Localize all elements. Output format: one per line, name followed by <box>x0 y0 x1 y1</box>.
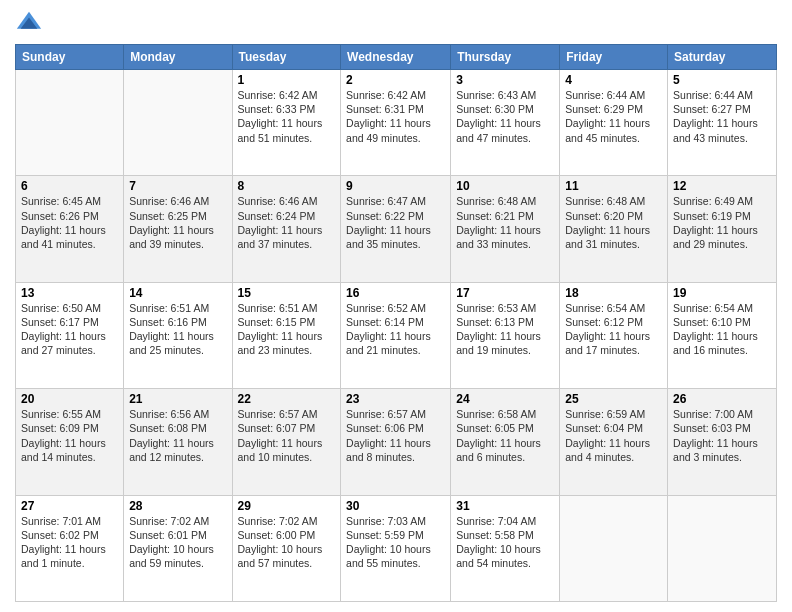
day-info: Sunrise: 7:03 AM Sunset: 5:59 PM Dayligh… <box>346 514 445 571</box>
day-info: Sunrise: 6:57 AM Sunset: 6:07 PM Dayligh… <box>238 407 336 464</box>
day-info: Sunrise: 7:00 AM Sunset: 6:03 PM Dayligh… <box>673 407 771 464</box>
calendar-header-monday: Monday <box>124 45 232 70</box>
day-number: 2 <box>346 73 445 87</box>
day-info: Sunrise: 6:58 AM Sunset: 6:05 PM Dayligh… <box>456 407 554 464</box>
day-number: 30 <box>346 499 445 513</box>
day-info: Sunrise: 6:50 AM Sunset: 6:17 PM Dayligh… <box>21 301 118 358</box>
day-info: Sunrise: 7:04 AM Sunset: 5:58 PM Dayligh… <box>456 514 554 571</box>
header <box>15 10 777 38</box>
calendar-cell: 30Sunrise: 7:03 AM Sunset: 5:59 PM Dayli… <box>341 495 451 601</box>
day-number: 29 <box>238 499 336 513</box>
day-number: 24 <box>456 392 554 406</box>
calendar-cell: 2Sunrise: 6:42 AM Sunset: 6:31 PM Daylig… <box>341 70 451 176</box>
day-info: Sunrise: 6:46 AM Sunset: 6:24 PM Dayligh… <box>238 194 336 251</box>
day-info: Sunrise: 6:54 AM Sunset: 6:10 PM Dayligh… <box>673 301 771 358</box>
day-info: Sunrise: 6:55 AM Sunset: 6:09 PM Dayligh… <box>21 407 118 464</box>
calendar-cell: 9Sunrise: 6:47 AM Sunset: 6:22 PM Daylig… <box>341 176 451 282</box>
day-info: Sunrise: 6:51 AM Sunset: 6:15 PM Dayligh… <box>238 301 336 358</box>
day-info: Sunrise: 7:01 AM Sunset: 6:02 PM Dayligh… <box>21 514 118 571</box>
day-info: Sunrise: 7:02 AM Sunset: 6:01 PM Dayligh… <box>129 514 226 571</box>
day-info: Sunrise: 6:52 AM Sunset: 6:14 PM Dayligh… <box>346 301 445 358</box>
day-info: Sunrise: 6:48 AM Sunset: 6:21 PM Dayligh… <box>456 194 554 251</box>
day-number: 22 <box>238 392 336 406</box>
calendar-header-row: SundayMondayTuesdayWednesdayThursdayFrid… <box>16 45 777 70</box>
day-number: 21 <box>129 392 226 406</box>
calendar-cell <box>124 70 232 176</box>
day-number: 16 <box>346 286 445 300</box>
calendar-cell: 28Sunrise: 7:02 AM Sunset: 6:01 PM Dayli… <box>124 495 232 601</box>
calendar-week-row: 1Sunrise: 6:42 AM Sunset: 6:33 PM Daylig… <box>16 70 777 176</box>
calendar-cell: 17Sunrise: 6:53 AM Sunset: 6:13 PM Dayli… <box>451 282 560 388</box>
day-number: 13 <box>21 286 118 300</box>
day-number: 26 <box>673 392 771 406</box>
day-info: Sunrise: 6:48 AM Sunset: 6:20 PM Dayligh… <box>565 194 662 251</box>
calendar-cell: 13Sunrise: 6:50 AM Sunset: 6:17 PM Dayli… <box>16 282 124 388</box>
day-number: 23 <box>346 392 445 406</box>
calendar-cell: 15Sunrise: 6:51 AM Sunset: 6:15 PM Dayli… <box>232 282 341 388</box>
day-number: 25 <box>565 392 662 406</box>
calendar-cell <box>16 70 124 176</box>
calendar-cell: 19Sunrise: 6:54 AM Sunset: 6:10 PM Dayli… <box>668 282 777 388</box>
calendar-cell: 6Sunrise: 6:45 AM Sunset: 6:26 PM Daylig… <box>16 176 124 282</box>
calendar-header-tuesday: Tuesday <box>232 45 341 70</box>
day-info: Sunrise: 6:54 AM Sunset: 6:12 PM Dayligh… <box>565 301 662 358</box>
day-info: Sunrise: 6:57 AM Sunset: 6:06 PM Dayligh… <box>346 407 445 464</box>
calendar-cell: 7Sunrise: 6:46 AM Sunset: 6:25 PM Daylig… <box>124 176 232 282</box>
day-number: 10 <box>456 179 554 193</box>
calendar-cell: 29Sunrise: 7:02 AM Sunset: 6:00 PM Dayli… <box>232 495 341 601</box>
day-number: 7 <box>129 179 226 193</box>
calendar-week-row: 6Sunrise: 6:45 AM Sunset: 6:26 PM Daylig… <box>16 176 777 282</box>
calendar-cell: 20Sunrise: 6:55 AM Sunset: 6:09 PM Dayli… <box>16 389 124 495</box>
calendar-cell: 25Sunrise: 6:59 AM Sunset: 6:04 PM Dayli… <box>560 389 668 495</box>
calendar-cell: 18Sunrise: 6:54 AM Sunset: 6:12 PM Dayli… <box>560 282 668 388</box>
day-info: Sunrise: 7:02 AM Sunset: 6:00 PM Dayligh… <box>238 514 336 571</box>
day-number: 12 <box>673 179 771 193</box>
day-number: 11 <box>565 179 662 193</box>
calendar-week-row: 20Sunrise: 6:55 AM Sunset: 6:09 PM Dayli… <box>16 389 777 495</box>
calendar-cell <box>560 495 668 601</box>
day-info: Sunrise: 6:42 AM Sunset: 6:31 PM Dayligh… <box>346 88 445 145</box>
day-info: Sunrise: 6:49 AM Sunset: 6:19 PM Dayligh… <box>673 194 771 251</box>
calendar-cell: 1Sunrise: 6:42 AM Sunset: 6:33 PM Daylig… <box>232 70 341 176</box>
calendar-cell: 11Sunrise: 6:48 AM Sunset: 6:20 PM Dayli… <box>560 176 668 282</box>
day-number: 4 <box>565 73 662 87</box>
logo <box>15 10 45 38</box>
day-info: Sunrise: 6:42 AM Sunset: 6:33 PM Dayligh… <box>238 88 336 145</box>
calendar-cell: 22Sunrise: 6:57 AM Sunset: 6:07 PM Dayli… <box>232 389 341 495</box>
calendar-header-friday: Friday <box>560 45 668 70</box>
day-info: Sunrise: 6:47 AM Sunset: 6:22 PM Dayligh… <box>346 194 445 251</box>
day-info: Sunrise: 6:45 AM Sunset: 6:26 PM Dayligh… <box>21 194 118 251</box>
page: SundayMondayTuesdayWednesdayThursdayFrid… <box>0 0 792 612</box>
day-number: 5 <box>673 73 771 87</box>
calendar-cell: 31Sunrise: 7:04 AM Sunset: 5:58 PM Dayli… <box>451 495 560 601</box>
day-number: 31 <box>456 499 554 513</box>
calendar-cell <box>668 495 777 601</box>
calendar-header-thursday: Thursday <box>451 45 560 70</box>
day-info: Sunrise: 6:44 AM Sunset: 6:27 PM Dayligh… <box>673 88 771 145</box>
calendar-week-row: 13Sunrise: 6:50 AM Sunset: 6:17 PM Dayli… <box>16 282 777 388</box>
day-number: 3 <box>456 73 554 87</box>
day-number: 1 <box>238 73 336 87</box>
calendar-cell: 24Sunrise: 6:58 AM Sunset: 6:05 PM Dayli… <box>451 389 560 495</box>
day-info: Sunrise: 6:53 AM Sunset: 6:13 PM Dayligh… <box>456 301 554 358</box>
day-number: 28 <box>129 499 226 513</box>
calendar-cell: 14Sunrise: 6:51 AM Sunset: 6:16 PM Dayli… <box>124 282 232 388</box>
day-info: Sunrise: 6:56 AM Sunset: 6:08 PM Dayligh… <box>129 407 226 464</box>
calendar-header-saturday: Saturday <box>668 45 777 70</box>
day-number: 15 <box>238 286 336 300</box>
calendar-cell: 26Sunrise: 7:00 AM Sunset: 6:03 PM Dayli… <box>668 389 777 495</box>
calendar-header-sunday: Sunday <box>16 45 124 70</box>
calendar: SundayMondayTuesdayWednesdayThursdayFrid… <box>15 44 777 602</box>
day-number: 17 <box>456 286 554 300</box>
calendar-cell: 4Sunrise: 6:44 AM Sunset: 6:29 PM Daylig… <box>560 70 668 176</box>
calendar-header-wednesday: Wednesday <box>341 45 451 70</box>
calendar-cell: 12Sunrise: 6:49 AM Sunset: 6:19 PM Dayli… <box>668 176 777 282</box>
calendar-cell: 5Sunrise: 6:44 AM Sunset: 6:27 PM Daylig… <box>668 70 777 176</box>
logo-icon <box>15 10 43 38</box>
day-info: Sunrise: 6:51 AM Sunset: 6:16 PM Dayligh… <box>129 301 226 358</box>
day-number: 18 <box>565 286 662 300</box>
day-info: Sunrise: 6:46 AM Sunset: 6:25 PM Dayligh… <box>129 194 226 251</box>
calendar-cell: 8Sunrise: 6:46 AM Sunset: 6:24 PM Daylig… <box>232 176 341 282</box>
calendar-cell: 27Sunrise: 7:01 AM Sunset: 6:02 PM Dayli… <box>16 495 124 601</box>
calendar-cell: 3Sunrise: 6:43 AM Sunset: 6:30 PM Daylig… <box>451 70 560 176</box>
